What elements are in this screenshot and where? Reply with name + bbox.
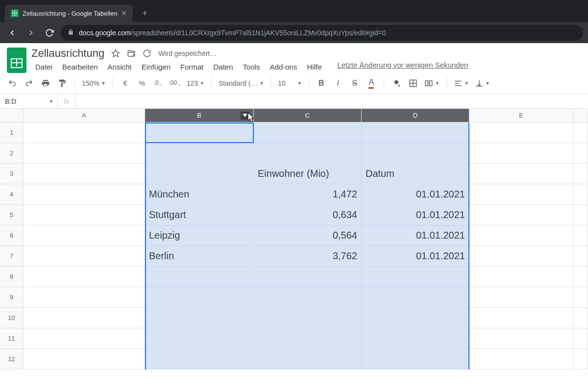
increase-decimal-button[interactable]: .00→ xyxy=(168,76,183,91)
cell-d10[interactable] xyxy=(362,308,469,328)
back-button[interactable] xyxy=(5,25,20,40)
row-header-5[interactable]: 5 xyxy=(0,205,24,225)
column-header-c[interactable]: C xyxy=(254,109,362,122)
cell-f10[interactable] xyxy=(573,308,588,328)
print-button[interactable] xyxy=(38,76,53,91)
cell-a7[interactable] xyxy=(24,246,145,267)
cell-d5[interactable]: 01.01.2021 xyxy=(362,205,469,225)
cell-a3[interactable] xyxy=(24,164,145,184)
name-box[interactable]: B:D▼ xyxy=(0,94,58,108)
cell-e9[interactable] xyxy=(469,287,573,308)
cell-b11[interactable] xyxy=(145,328,254,349)
cell-b2[interactable] xyxy=(145,143,254,164)
cell-d9[interactable] xyxy=(362,287,469,308)
row-header-3[interactable]: 3 xyxy=(0,164,24,184)
cell-f12[interactable] xyxy=(573,349,588,369)
cell-e8[interactable] xyxy=(469,267,573,287)
borders-button[interactable] xyxy=(406,76,420,91)
cell-b9[interactable] xyxy=(145,287,254,308)
cell-e4[interactable] xyxy=(469,184,573,205)
text-color-button[interactable]: A xyxy=(364,76,379,91)
cell-d1[interactable] xyxy=(362,122,469,143)
cell-f7[interactable] xyxy=(573,246,588,267)
menu-addons[interactable]: Add-ons xyxy=(266,61,301,73)
cell-a4[interactable] xyxy=(24,184,145,205)
cell-e7[interactable] xyxy=(469,246,573,267)
cell-f8[interactable] xyxy=(573,267,588,287)
select-all-corner[interactable] xyxy=(0,109,24,122)
last-edit-link[interactable]: Letzte Änderung vor wenigen Sekunden xyxy=(337,61,468,73)
cell-c7[interactable]: 3,762 xyxy=(254,246,362,267)
menu-ansicht[interactable]: Ansicht xyxy=(104,61,136,73)
number-format-select[interactable]: 123▼ xyxy=(185,79,206,87)
menu-einfuegen[interactable]: Einfügen xyxy=(138,61,174,73)
cell-d3[interactable]: Datum xyxy=(362,164,469,184)
document-title[interactable]: Zellausrichtung xyxy=(31,47,104,60)
italic-button[interactable]: I xyxy=(331,76,345,91)
cell-b8[interactable] xyxy=(145,267,254,287)
cell-d8[interactable] xyxy=(362,267,469,287)
column-header-d[interactable]: D xyxy=(362,109,469,122)
cell-f11[interactable] xyxy=(573,328,588,349)
forward-button[interactable] xyxy=(24,25,38,40)
cell-c9[interactable] xyxy=(254,287,362,308)
cell-e1[interactable] xyxy=(469,122,573,143)
cell-f5[interactable] xyxy=(573,205,588,225)
cell-e11[interactable] xyxy=(469,328,573,349)
row-header-12[interactable]: 12 xyxy=(0,349,24,369)
currency-button[interactable]: € xyxy=(118,76,133,91)
cell-c11[interactable] xyxy=(254,328,362,349)
cell-d6[interactable]: 01.01.2021 xyxy=(362,225,469,246)
menu-tools[interactable]: Tools xyxy=(239,61,264,73)
font-size-select[interactable]: 10▼ xyxy=(276,79,304,87)
cell-e5[interactable] xyxy=(469,205,573,225)
column-header-b[interactable]: B xyxy=(145,109,254,122)
column-header-f[interactable] xyxy=(573,109,588,122)
cell-a12[interactable] xyxy=(24,349,145,369)
cell-f1[interactable] xyxy=(573,122,588,143)
sheets-logo[interactable] xyxy=(7,48,26,73)
horizontal-align-button[interactable]: ▼ xyxy=(452,79,471,88)
strikethrough-button[interactable]: S xyxy=(347,76,362,91)
cell-c6[interactable]: 0,564 xyxy=(254,225,362,246)
cell-e10[interactable] xyxy=(469,308,573,328)
vertical-align-button[interactable]: ▼ xyxy=(473,79,492,88)
row-header-2[interactable]: 2 xyxy=(0,143,24,164)
cell-f3[interactable] xyxy=(573,164,588,184)
cell-d11[interactable] xyxy=(362,328,469,349)
redo-button[interactable] xyxy=(22,76,36,91)
new-tab-button[interactable]: + xyxy=(137,5,152,21)
row-header-4[interactable]: 4 xyxy=(0,184,24,205)
font-select[interactable]: Standard (…▼ xyxy=(217,79,266,87)
cell-b10[interactable] xyxy=(145,308,254,328)
cell-a6[interactable] xyxy=(24,225,145,246)
cell-c2[interactable] xyxy=(254,143,362,164)
cell-a5[interactable] xyxy=(24,205,145,225)
cell-d12[interactable] xyxy=(362,349,469,369)
fill-color-button[interactable] xyxy=(389,76,404,91)
row-header-11[interactable]: 11 xyxy=(0,328,24,349)
move-icon[interactable] xyxy=(127,49,136,58)
cell-c4[interactable]: 1,472 xyxy=(254,184,362,205)
cell-c3[interactable]: Einwohner (Mio) xyxy=(254,164,362,184)
cell-f9[interactable] xyxy=(573,287,588,308)
cell-a10[interactable] xyxy=(24,308,145,328)
cell-e12[interactable] xyxy=(469,349,573,369)
cell-a9[interactable] xyxy=(24,287,145,308)
cell-b7[interactable]: Berlin xyxy=(145,246,254,267)
cell-c5[interactable]: 0,634 xyxy=(254,205,362,225)
cell-f6[interactable] xyxy=(573,225,588,246)
cell-b3[interactable] xyxy=(145,164,254,184)
address-bar[interactable]: docs.google.com/spreadsheets/d/1L0CRXrgx… xyxy=(61,25,583,41)
browser-tab[interactable]: Zellausrichtung - Google Tabellen ✕ xyxy=(5,4,133,22)
bold-button[interactable]: B xyxy=(314,76,329,91)
menu-format[interactable]: Format xyxy=(176,61,208,73)
cell-c1[interactable] xyxy=(254,122,362,143)
menu-hilfe[interactable]: Hilfe xyxy=(303,61,325,73)
cell-e2[interactable] xyxy=(469,143,573,164)
cell-c10[interactable] xyxy=(254,308,362,328)
cell-d7[interactable]: 01.01.2021 xyxy=(362,246,469,267)
cell-a1[interactable] xyxy=(24,122,145,143)
cell-c8[interactable] xyxy=(254,267,362,287)
column-menu-icon[interactable] xyxy=(241,112,249,120)
